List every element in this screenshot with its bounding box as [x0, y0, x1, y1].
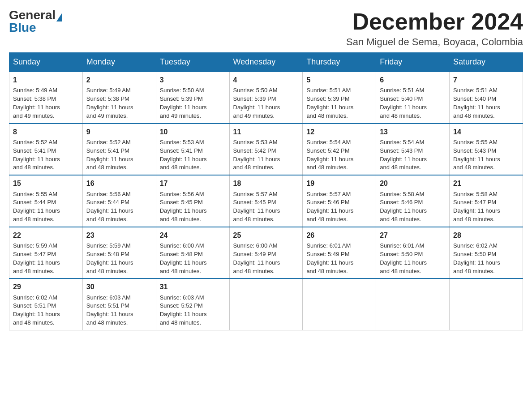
day-number: 3: [160, 75, 226, 85]
day-number: 16: [86, 178, 152, 188]
col-thursday: Thursday: [303, 53, 376, 72]
calendar-week-1: 1Sunrise: 5:49 AMSunset: 5:38 PMDaylight…: [9, 72, 523, 124]
calendar-cell: 24Sunrise: 6:00 AMSunset: 5:48 PMDayligh…: [156, 227, 229, 279]
day-number: 22: [13, 230, 79, 240]
location-title: San Miguel de Sema, Boyaca, Colombia: [346, 36, 523, 48]
logo-general-row: General: [9, 9, 62, 21]
day-number: 12: [306, 127, 372, 137]
day-number: 5: [306, 75, 372, 85]
calendar-cell: [376, 278, 450, 330]
calendar-cell: 28Sunrise: 6:02 AMSunset: 5:50 PMDayligh…: [450, 227, 523, 279]
calendar-cell: 25Sunrise: 6:00 AMSunset: 5:49 PMDayligh…: [229, 227, 303, 279]
calendar-week-5: 29Sunrise: 6:02 AMSunset: 5:51 PMDayligh…: [9, 278, 523, 330]
calendar-cell: 6Sunrise: 5:51 AMSunset: 5:40 PMDaylight…: [376, 72, 450, 124]
day-number: 6: [380, 75, 446, 85]
calendar-cell: 16Sunrise: 5:56 AMSunset: 5:44 PMDayligh…: [82, 175, 156, 227]
calendar-cell: 31Sunrise: 6:03 AMSunset: 5:52 PMDayligh…: [156, 278, 229, 330]
calendar-cell: 1Sunrise: 5:49 AMSunset: 5:38 PMDaylight…: [9, 72, 83, 124]
day-number: 18: [233, 178, 299, 188]
day-number: 20: [380, 178, 446, 188]
day-number: 25: [233, 230, 299, 240]
col-tuesday: Tuesday: [156, 53, 229, 72]
day-number: 11: [233, 127, 299, 137]
day-number: 30: [86, 282, 152, 292]
col-saturday: Saturday: [450, 53, 523, 72]
calendar-cell: 27Sunrise: 6:01 AMSunset: 5:50 PMDayligh…: [376, 227, 450, 279]
day-number: 24: [160, 230, 226, 240]
day-number: 26: [306, 230, 372, 240]
page-header: General Blue December 2024 San Miguel de…: [9, 9, 523, 48]
calendar-cell: 23Sunrise: 5:59 AMSunset: 5:48 PMDayligh…: [82, 227, 156, 279]
logo-blue-text: Blue: [9, 21, 36, 34]
calendar-cell: 2Sunrise: 5:49 AMSunset: 5:38 PMDaylight…: [82, 72, 156, 124]
day-number: 7: [453, 75, 519, 85]
calendar-header-row: Sunday Monday Tuesday Wednesday Thursday…: [9, 53, 523, 72]
calendar-cell: 11Sunrise: 5:53 AMSunset: 5:42 PMDayligh…: [229, 124, 303, 176]
day-number: 23: [86, 230, 152, 240]
calendar-table: Sunday Monday Tuesday Wednesday Thursday…: [9, 52, 523, 330]
calendar-cell: 10Sunrise: 5:53 AMSunset: 5:41 PMDayligh…: [156, 124, 229, 176]
day-number: 13: [380, 127, 446, 137]
calendar-cell: 9Sunrise: 5:52 AMSunset: 5:41 PMDaylight…: [82, 124, 156, 176]
col-friday: Friday: [376, 53, 450, 72]
day-number: 4: [233, 75, 299, 85]
day-number: 19: [306, 178, 372, 188]
day-number: 15: [13, 178, 79, 188]
day-number: 21: [453, 178, 519, 188]
calendar-cell: 5Sunrise: 5:51 AMSunset: 5:39 PMDaylight…: [303, 72, 376, 124]
title-block: December 2024 San Miguel de Sema, Boyaca…: [346, 9, 523, 48]
logo-triangle-icon: [56, 13, 62, 21]
calendar-week-3: 15Sunrise: 5:55 AMSunset: 5:44 PMDayligh…: [9, 175, 523, 227]
calendar-cell: 17Sunrise: 5:56 AMSunset: 5:45 PMDayligh…: [156, 175, 229, 227]
calendar-cell: 12Sunrise: 5:54 AMSunset: 5:42 PMDayligh…: [303, 124, 376, 176]
day-number: 27: [380, 230, 446, 240]
calendar-cell: 8Sunrise: 5:52 AMSunset: 5:41 PMDaylight…: [9, 124, 83, 176]
calendar-cell: 20Sunrise: 5:58 AMSunset: 5:46 PMDayligh…: [376, 175, 450, 227]
calendar-cell: 3Sunrise: 5:50 AMSunset: 5:39 PMDaylight…: [156, 72, 229, 124]
day-number: 29: [13, 282, 79, 292]
calendar-cell: 29Sunrise: 6:02 AMSunset: 5:51 PMDayligh…: [9, 278, 83, 330]
calendar-week-2: 8Sunrise: 5:52 AMSunset: 5:41 PMDaylight…: [9, 124, 523, 176]
day-number: 10: [160, 127, 226, 137]
day-number: 31: [160, 282, 226, 292]
calendar-cell: 15Sunrise: 5:55 AMSunset: 5:44 PMDayligh…: [9, 175, 83, 227]
calendar-cell: 4Sunrise: 5:50 AMSunset: 5:39 PMDaylight…: [229, 72, 303, 124]
col-sunday: Sunday: [9, 53, 83, 72]
calendar-cell: [229, 278, 303, 330]
day-number: 8: [13, 127, 79, 137]
logo: General Blue: [9, 9, 62, 34]
calendar-cell: [303, 278, 376, 330]
day-number: 2: [86, 75, 152, 85]
month-title: December 2024: [346, 9, 523, 34]
calendar-cell: 7Sunrise: 5:51 AMSunset: 5:40 PMDaylight…: [450, 72, 523, 124]
calendar-cell: 14Sunrise: 5:55 AMSunset: 5:43 PMDayligh…: [450, 124, 523, 176]
day-number: 9: [86, 127, 152, 137]
calendar-cell: 30Sunrise: 6:03 AMSunset: 5:51 PMDayligh…: [82, 278, 156, 330]
day-number: 28: [453, 230, 519, 240]
calendar-cell: 22Sunrise: 5:59 AMSunset: 5:47 PMDayligh…: [9, 227, 83, 279]
calendar-cell: 18Sunrise: 5:57 AMSunset: 5:45 PMDayligh…: [229, 175, 303, 227]
calendar-cell: 13Sunrise: 5:54 AMSunset: 5:43 PMDayligh…: [376, 124, 450, 176]
col-monday: Monday: [82, 53, 156, 72]
calendar-cell: 26Sunrise: 6:01 AMSunset: 5:49 PMDayligh…: [303, 227, 376, 279]
day-number: 17: [160, 178, 226, 188]
day-number: 14: [453, 127, 519, 137]
calendar-week-4: 22Sunrise: 5:59 AMSunset: 5:47 PMDayligh…: [9, 227, 523, 279]
day-number: 1: [13, 75, 79, 85]
logo-general-text: General: [9, 8, 56, 22]
col-wednesday: Wednesday: [229, 53, 303, 72]
calendar-cell: 21Sunrise: 5:58 AMSunset: 5:47 PMDayligh…: [450, 175, 523, 227]
calendar-cell: [450, 278, 523, 330]
calendar-cell: 19Sunrise: 5:57 AMSunset: 5:46 PMDayligh…: [303, 175, 376, 227]
